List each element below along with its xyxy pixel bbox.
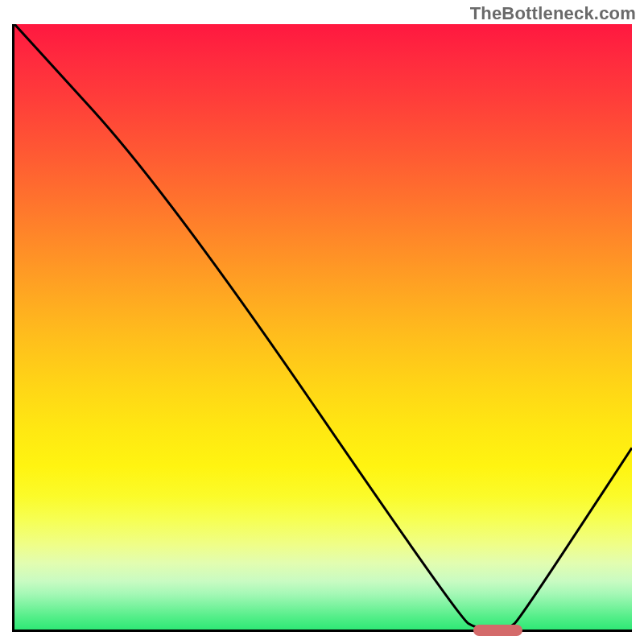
optimal-range-marker xyxy=(473,625,523,636)
curve-svg xyxy=(14,24,632,630)
bottleneck-curve-path xyxy=(14,24,632,630)
plot-area xyxy=(12,24,632,632)
watermark-text: TheBottleneck.com xyxy=(470,3,636,24)
bottleneck-chart: TheBottleneck.com xyxy=(0,0,644,644)
